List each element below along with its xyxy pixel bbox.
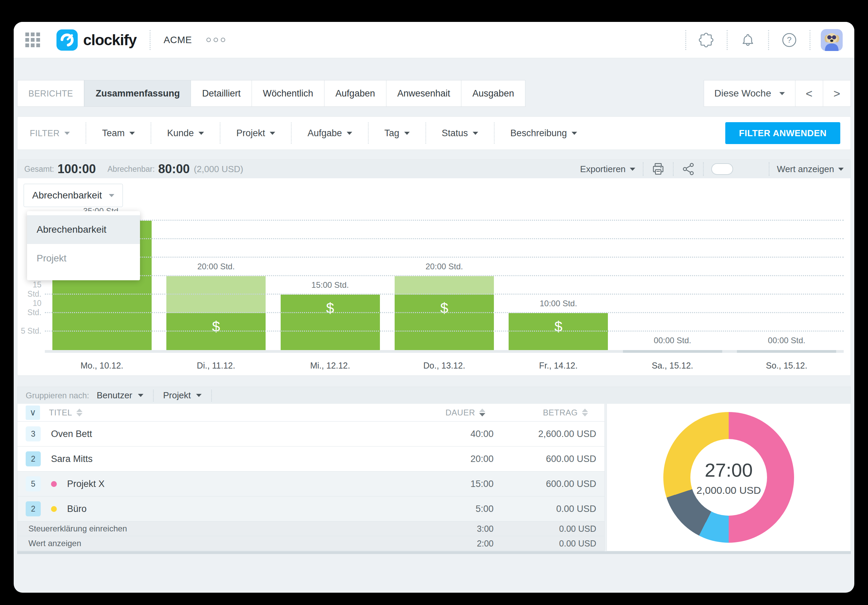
bar-3[interactable]: $ xyxy=(395,276,494,350)
filter-kunde[interactable]: Kunde xyxy=(151,124,220,143)
tab-detailliert[interactable]: Detailliert xyxy=(191,80,252,107)
print-icon[interactable] xyxy=(651,162,665,176)
apps-grid-icon[interactable] xyxy=(25,32,40,47)
tab-wöchentlich[interactable]: Wöchentlich xyxy=(251,80,324,107)
row-amount: 2,600.00 USD xyxy=(494,429,596,439)
column-title[interactable]: TITEL xyxy=(49,408,82,418)
table-header-row: ∨ TITEL DAUER BETRAG xyxy=(17,404,604,422)
column-duration[interactable]: DAUER xyxy=(414,408,485,418)
table-row-4[interactable]: Steuererklärung einreichen3:000.00 USD xyxy=(17,521,604,536)
row-title: Projekt X xyxy=(67,479,105,489)
table-row-0[interactable]: 3Oven Bett40:002,600.00 USD xyxy=(17,422,604,447)
report-tabbar: BERICHTE ZusammenfassungDetailliertWöche… xyxy=(17,80,851,107)
chevron-down-icon xyxy=(109,194,114,197)
bar-zero-segment xyxy=(737,350,836,353)
column-amount[interactable]: BETRAG xyxy=(485,408,588,418)
y-tick-15: 15 Std. xyxy=(19,280,42,299)
bar-segment-billable[interactable]: $ xyxy=(508,313,608,350)
entry-count-badge[interactable]: 3 xyxy=(26,426,41,441)
entry-count-badge[interactable]: 2 xyxy=(26,451,41,466)
bar-segment-nonbillable[interactable] xyxy=(166,276,266,313)
row-title: Steuererklärung einreichen xyxy=(28,524,127,534)
groupby-project-dropdown[interactable]: Projekt xyxy=(163,390,202,401)
workspace-name[interactable]: ACME xyxy=(164,34,192,45)
show-value-dropdown[interactable]: Wert anzeigen xyxy=(777,164,844,175)
summary-table: ∨ TITEL DAUER BETRAG 3Oven Bett40:002,60… xyxy=(17,404,605,551)
tab-anwesenhait[interactable]: Anwesenhait xyxy=(386,80,462,107)
billable-value: 80:00 xyxy=(158,162,190,176)
filter-beschreibung[interactable]: Beschreibung xyxy=(494,124,593,143)
share-icon[interactable] xyxy=(681,162,696,176)
x-tick-label: Sa., 15.12. xyxy=(615,361,729,371)
bar-segment-billable[interactable]: $ xyxy=(395,295,494,350)
filter-items: TeamKundeProjektAufgabeTagStatusBeschrei… xyxy=(85,122,593,144)
y-tick-10: 10 Std. xyxy=(19,299,42,317)
export-dropdown[interactable]: Exportieren xyxy=(580,164,635,175)
filter-status[interactable]: Status xyxy=(426,124,494,143)
bar-segment-billable[interactable]: $ xyxy=(166,313,266,350)
chart-mode-dropdown[interactable]: Abrechenbarkeit xyxy=(23,184,123,207)
gridline-5 xyxy=(45,331,844,331)
bar-segment-billable[interactable]: $ xyxy=(281,295,380,350)
filter-label-dropdown[interactable]: FILTER xyxy=(27,124,85,143)
table-row-1[interactable]: 2Sara Mitts20:00600.00 USD xyxy=(17,447,604,472)
table-row-2[interactable]: 5Projekt X15:00600.00 USD xyxy=(17,472,604,497)
groupby-user-dropdown[interactable]: Benutzer xyxy=(96,390,143,401)
integrations-button[interactable] xyxy=(686,32,727,48)
tab-ausgaben[interactable]: Ausgaben xyxy=(461,80,525,107)
chevron-down-icon xyxy=(630,168,635,171)
tab-aufgaben[interactable]: Aufgaben xyxy=(324,80,386,107)
bar-column-6: 00:00 Std.So., 15.12. xyxy=(730,178,844,353)
clockify-logo[interactable]: clockify xyxy=(56,29,136,51)
groupby-project-value: Projekt xyxy=(163,390,191,401)
app-window: clockify ACME xyxy=(14,22,854,593)
workspace-menu-icon[interactable] xyxy=(206,38,225,42)
filter-projekt[interactable]: Projekt xyxy=(220,124,291,143)
bar-value-label: 15:00 Std. xyxy=(273,280,387,290)
collapse-all-icon[interactable]: ∨ xyxy=(26,405,40,420)
chevron-down-icon xyxy=(270,132,275,135)
period-next-button[interactable]: > xyxy=(823,80,851,107)
filter-team[interactable]: Team xyxy=(86,124,150,143)
filter-label: FILTER xyxy=(30,128,60,138)
groupby-user-value: Benutzer xyxy=(96,390,132,401)
rounding-toggle[interactable] xyxy=(711,163,733,175)
period-dropdown[interactable]: Diese Woche xyxy=(704,80,795,107)
filter-aufgabe[interactable]: Aufgabe xyxy=(291,124,368,143)
entry-count-badge[interactable]: 2 xyxy=(26,501,41,516)
bar-1[interactable]: $ xyxy=(166,276,266,350)
row-amount: 600.00 USD xyxy=(494,479,596,489)
bar-4[interactable]: $ xyxy=(508,313,608,350)
chevron-down-icon xyxy=(64,132,70,135)
chart-mode-option-abrechenbarkeit[interactable]: Abrechenbarkeit xyxy=(27,215,140,244)
x-tick-label: Mo., 10.12. xyxy=(45,361,159,371)
filter-tag[interactable]: Tag xyxy=(369,124,425,143)
show-value-label: Wert anzeigen xyxy=(777,164,834,175)
notifications-button[interactable] xyxy=(728,32,768,48)
x-tick-label: Mi., 12.12. xyxy=(273,361,387,371)
bar-2[interactable]: $ xyxy=(281,295,380,350)
period-prev-button[interactable]: < xyxy=(795,80,823,107)
header-divider xyxy=(150,30,150,50)
billable-currency-icon: $ xyxy=(212,319,220,350)
row-duration: 40:00 xyxy=(422,429,494,439)
tab-zusammenfassung[interactable]: Zusammenfassung xyxy=(84,80,191,107)
apply-filter-button[interactable]: FILTER ANWENDEN xyxy=(725,122,840,144)
chevron-down-icon xyxy=(780,92,785,95)
row-duration: 3:00 xyxy=(422,524,494,534)
user-avatar[interactable] xyxy=(821,29,843,51)
help-button[interactable]: ? xyxy=(769,32,809,48)
bar-zero-segment xyxy=(623,350,722,353)
bar-value-label: 20:00 Std. xyxy=(159,262,273,271)
donut-center: 27:00 2,000.00 USD xyxy=(690,439,767,516)
filter-status-label: Status xyxy=(442,128,468,139)
entry-count-badge[interactable]: 5 xyxy=(26,477,41,491)
donut-chart[interactable]: 27:00 2,000.00 USD xyxy=(663,412,794,543)
chart-mode-option-projekt[interactable]: Projekt xyxy=(27,244,140,273)
bar-column-3: 20:00 Std.$Do., 13.12. xyxy=(387,178,501,353)
bar-column-4: 10:00 Std.$Fr., 14.12. xyxy=(501,178,615,353)
chevron-down-icon xyxy=(129,132,135,135)
table-row-3[interactable]: 2Büro5:000.00 USD xyxy=(17,497,604,521)
table-row-5[interactable]: Wert anzeigen2:000.00 USD xyxy=(17,536,604,551)
bar-segment-nonbillable[interactable] xyxy=(395,276,494,295)
